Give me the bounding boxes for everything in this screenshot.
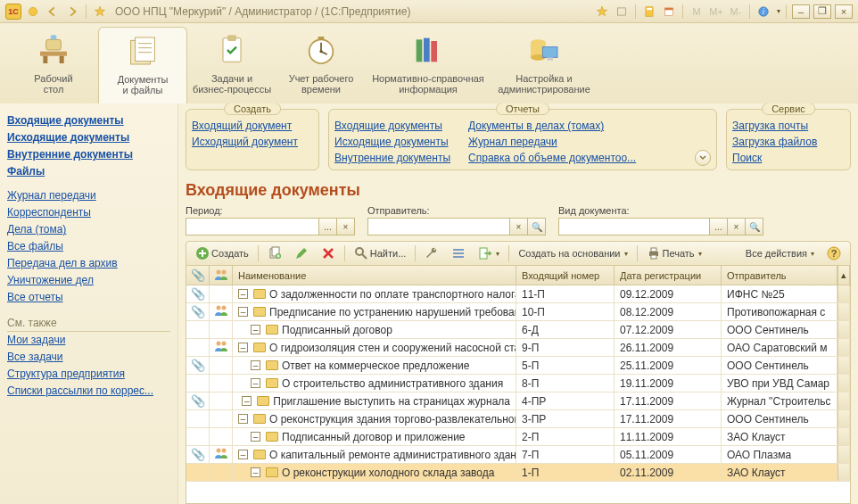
header-sender[interactable]: Отправитель bbox=[722, 266, 837, 285]
tree-toggle-icon[interactable]: – bbox=[238, 450, 248, 459]
report-journal[interactable]: Журнал передачи bbox=[468, 135, 636, 150]
table-row[interactable]: 📎–Приглашение выступить на страницах жур… bbox=[186, 392, 850, 410]
service-files[interactable]: Загрузка файлов bbox=[732, 135, 845, 150]
sidebar-correspondents[interactable]: Корреспонденты bbox=[7, 204, 170, 221]
table-row[interactable]: 📎–Ответ на коммерческое предложение5-П25… bbox=[186, 357, 850, 375]
nav-admin[interactable]: Настройка и администрирование bbox=[491, 27, 598, 103]
tree-toggle-icon[interactable]: – bbox=[238, 307, 248, 317]
sidebar-cases[interactable]: Дела (тома) bbox=[7, 221, 170, 238]
calendar-icon[interactable] bbox=[661, 4, 677, 20]
grid-body[interactable]: 📎–О задолженности по оплате транспортног… bbox=[186, 285, 850, 503]
create-outgoing[interactable]: Исходящий документ bbox=[192, 135, 313, 150]
filter-kind-lookup-button[interactable]: 🔍 bbox=[746, 218, 763, 235]
scrollbar-track[interactable] bbox=[837, 392, 850, 409]
scrollbar-track[interactable] bbox=[837, 321, 850, 338]
sidebar-mailing-lists[interactable]: Списки рассылки по коррес... bbox=[7, 383, 170, 400]
filter-sender-input[interactable] bbox=[367, 218, 510, 235]
tb-edit-button[interactable] bbox=[291, 244, 312, 262]
table-row[interactable]: –О гидроизоляция стен и сооружений насос… bbox=[186, 339, 850, 357]
tb-settings-button[interactable] bbox=[421, 244, 442, 262]
tree-toggle-icon[interactable]: – bbox=[251, 467, 260, 477]
tb-delete-button[interactable] bbox=[318, 244, 339, 262]
tb-find-button[interactable]: Найти... bbox=[351, 244, 410, 262]
report-outgoing[interactable]: Исходящие документы bbox=[334, 135, 450, 150]
filter-period-clear-button[interactable]: × bbox=[337, 218, 355, 235]
header-date[interactable]: Дата регистрации bbox=[615, 266, 722, 285]
tb-list-button[interactable] bbox=[448, 244, 469, 262]
table-row[interactable]: –О реконструкция здания торгово-развлека… bbox=[186, 410, 850, 428]
table-row[interactable]: –Подписанный договор6-Д07.12.2009ООО Сен… bbox=[186, 321, 850, 339]
sidebar-internal[interactable]: Внутренние документы bbox=[7, 146, 170, 163]
tb-export-button[interactable]: ▾ bbox=[474, 244, 503, 262]
window-restore-button[interactable]: ❐ bbox=[813, 4, 831, 19]
info-dropdown-icon[interactable]: ▾ bbox=[777, 7, 780, 15]
header-users-icon[interactable] bbox=[210, 266, 233, 285]
tree-toggle-icon[interactable]: – bbox=[251, 325, 260, 335]
table-row[interactable]: –О строительство административного здани… bbox=[186, 375, 850, 392]
sidebar-all-files[interactable]: Все файлы bbox=[7, 238, 170, 255]
tree-toggle-icon[interactable]: – bbox=[251, 360, 260, 370]
tree-toggle-icon[interactable]: – bbox=[238, 414, 248, 424]
favorites-menu-icon[interactable] bbox=[25, 4, 41, 20]
header-num[interactable]: Входящий номер bbox=[516, 266, 615, 285]
nav-forward-icon[interactable] bbox=[64, 4, 80, 20]
scrollbar-track[interactable] bbox=[837, 357, 850, 374]
header-attach-icon[interactable]: 📎 bbox=[186, 266, 210, 285]
sidebar-my-tasks[interactable]: Мои задачи bbox=[7, 332, 170, 349]
report-cases[interactable]: Документы в делах (томах) bbox=[468, 119, 636, 134]
report-volume[interactable]: Справка об объеме документоо... bbox=[468, 151, 636, 166]
window-close-button[interactable]: × bbox=[835, 4, 853, 19]
table-row[interactable]: –Подписанный договор и приложение2-П11.1… bbox=[186, 428, 850, 446]
create-incoming[interactable]: Входящий документ bbox=[192, 119, 313, 134]
scrollbar-track[interactable] bbox=[837, 410, 850, 427]
scrollbar-track[interactable] bbox=[837, 428, 850, 445]
scrollbar-track[interactable] bbox=[837, 375, 850, 392]
filter-sender-clear-button[interactable]: × bbox=[510, 218, 528, 235]
calculator-icon[interactable] bbox=[641, 4, 657, 20]
tree-toggle-icon[interactable]: – bbox=[242, 396, 252, 406]
info-icon[interactable]: i bbox=[755, 4, 771, 20]
nav-desktop[interactable]: Рабочий стол bbox=[9, 27, 98, 103]
filter-period-input[interactable] bbox=[186, 218, 319, 235]
scrollbar-track[interactable] bbox=[837, 464, 850, 481]
panel-reports-expand-icon[interactable] bbox=[695, 150, 711, 166]
star-add-icon[interactable] bbox=[594, 4, 610, 20]
history-icon[interactable] bbox=[614, 4, 630, 20]
filter-sender-lookup-button[interactable]: 🔍 bbox=[528, 218, 546, 235]
tb-create-based-button[interactable]: Создать на основании▾ bbox=[515, 246, 631, 260]
tree-toggle-icon[interactable]: – bbox=[238, 289, 248, 299]
sidebar-destroy[interactable]: Уничтожение дел bbox=[7, 272, 170, 289]
scrollbar-track[interactable] bbox=[837, 285, 850, 302]
sidebar-journal[interactable]: Журнал передачи bbox=[7, 187, 170, 204]
tb-help-button[interactable]: ? bbox=[823, 244, 845, 262]
sidebar-outgoing[interactable]: Исходящие документы bbox=[7, 129, 170, 146]
filter-kind-select-button[interactable]: ... bbox=[710, 218, 728, 235]
nav-reference[interactable]: Нормативно-справочная информация bbox=[366, 27, 491, 103]
table-row[interactable]: 📎–О задолженности по оплате транспортног… bbox=[186, 285, 850, 303]
table-row[interactable]: –О реконструкции холодного склада завода… bbox=[186, 464, 850, 482]
nav-tasks[interactable]: Задачи и бизнес-процессы bbox=[187, 27, 276, 103]
window-minimize-button[interactable]: – bbox=[792, 4, 810, 19]
scrollbar-track[interactable] bbox=[837, 446, 850, 463]
sidebar-all-tasks[interactable]: Все задачи bbox=[7, 349, 170, 366]
sidebar-incoming[interactable]: Входящие документы bbox=[7, 112, 170, 129]
tree-toggle-icon[interactable]: – bbox=[251, 432, 260, 442]
nav-documents[interactable]: Документы и файлы bbox=[98, 27, 187, 103]
tree-toggle-icon[interactable]: – bbox=[251, 378, 260, 388]
filter-period-select-button[interactable]: ... bbox=[319, 218, 337, 235]
table-row[interactable]: 📎–Предписание по устранению нарушений тр… bbox=[186, 303, 850, 321]
sidebar-archive[interactable]: Передача дел в архив bbox=[7, 255, 170, 272]
service-search[interactable]: Поиск bbox=[732, 151, 845, 166]
star-icon[interactable] bbox=[92, 4, 108, 20]
scrollbar-track[interactable] bbox=[837, 339, 850, 356]
scrollbar-track[interactable] bbox=[837, 303, 850, 320]
filter-kind-clear-button[interactable]: × bbox=[728, 218, 746, 235]
sidebar-org-structure[interactable]: Структура предприятия bbox=[7, 366, 170, 383]
report-internal[interactable]: Внутренние документы bbox=[334, 151, 450, 166]
table-row[interactable]: 📎–О капитальный ремонте административног… bbox=[186, 446, 850, 464]
nav-back-icon[interactable] bbox=[45, 4, 61, 20]
filter-kind-input[interactable] bbox=[558, 218, 710, 235]
sidebar-files[interactable]: Файлы bbox=[7, 163, 170, 180]
tree-toggle-icon[interactable]: – bbox=[238, 343, 248, 352]
tb-create-button[interactable]: Создать bbox=[192, 244, 252, 262]
